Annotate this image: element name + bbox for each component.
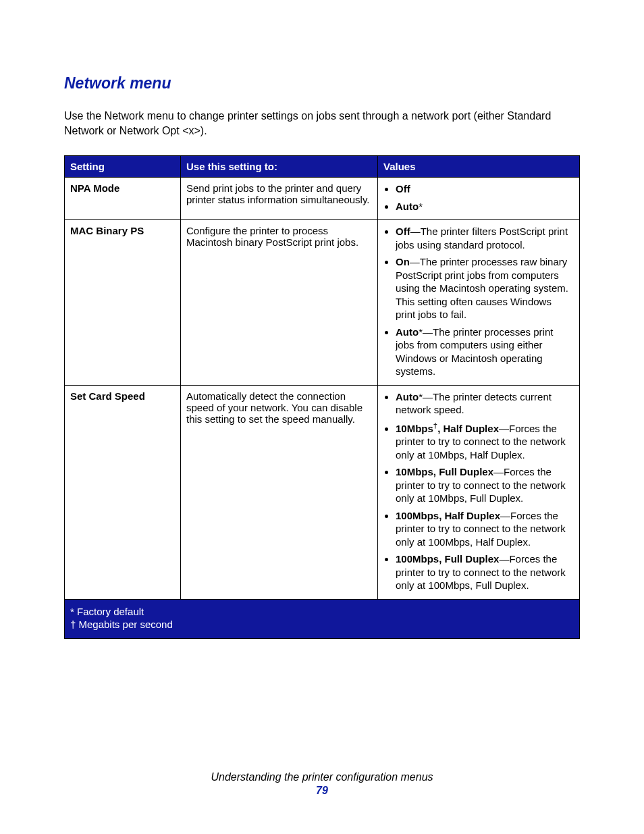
value-label: 100Mbps, Full Duplex [396,553,499,565]
value-item: 100Mbps, Half Duplex—Forces the printer … [396,509,574,549]
setting-description: Send print jobs to the printer and query… [181,178,378,220]
footnote-mbps: † Megabits per second [70,619,574,630]
value-item: Off [396,182,574,196]
value-label: Auto [396,326,419,338]
table-row: MAC Binary PS Configure the printer to p… [65,220,580,386]
page-footer: Understanding the printer configuration … [0,771,644,797]
value-label: , Half Duplex [437,423,499,434]
section-heading: Network menu [64,74,580,93]
setting-name: Set Card Speed [65,385,181,599]
page-number: 79 [0,785,644,797]
setting-values: Auto*—The printer detects current networ… [378,385,580,599]
default-marker: * [419,201,423,212]
table-header-row: Setting Use this setting to: Values [65,156,580,178]
value-item: Off—The printer filters PostScript print… [396,225,574,251]
value-label: On [396,256,410,267]
value-label: 100Mbps, Half Duplex [396,510,500,521]
table-row: Set Card Speed Automatically detect the … [65,385,580,599]
value-label: Auto [396,201,419,212]
header-use: Use this setting to: [181,156,378,178]
chapter-title: Understanding the printer configuration … [211,771,433,783]
setting-description: Configure the printer to process Macinto… [181,220,378,386]
value-item: Auto* [396,200,574,213]
footnotes-cell: * Factory default † Megabits per second [65,599,580,638]
value-item: 10Mbps†, Half Duplex—Forces the printer … [396,421,574,462]
setting-name: MAC Binary PS [65,220,181,386]
setting-name: NPA Mode [65,178,181,220]
value-item: Auto*—The printer processes print jobs f… [396,325,574,378]
header-values: Values [378,156,580,178]
value-label: Off [396,226,410,237]
value-text: —The printer processes raw binary PostSc… [396,256,568,320]
table-footnotes-row: * Factory default † Megabits per second [65,599,580,638]
value-label: Off [396,183,410,194]
value-label: Auto [396,391,419,402]
value-item: 10Mbps, Full Duplex—Forces the printer t… [396,465,574,505]
setting-description: Automatically detect the connection spee… [181,385,378,599]
setting-values: Off Auto* [378,178,580,220]
setting-values: Off—The printer filters PostScript print… [378,220,580,386]
document-page: Network menu Use the Network menu to cha… [0,0,644,834]
value-item: Auto*—The printer detects current networ… [396,390,574,417]
value-item: On—The printer processes raw binary Post… [396,255,574,321]
value-item: 100Mbps, Full Duplex—Forces the printer … [396,552,574,592]
table-row: NPA Mode Send print jobs to the printer … [65,178,580,220]
header-setting: Setting [65,156,181,178]
value-label: 10Mbps, Full Duplex [396,466,493,477]
value-label: 10Mbps [396,423,433,434]
intro-paragraph: Use the Network menu to change printer s… [64,109,580,138]
settings-table: Setting Use this setting to: Values NPA … [64,155,580,639]
footnote-default: * Factory default [70,606,574,617]
value-text: —The printer filters PostScript print jo… [396,226,568,251]
